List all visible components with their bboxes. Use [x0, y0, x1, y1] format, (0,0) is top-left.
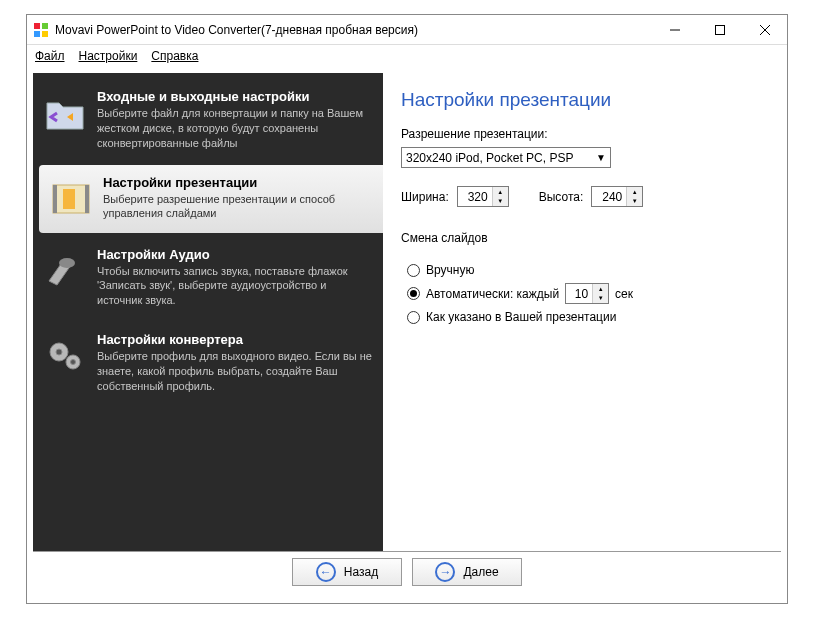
svg-rect-3 — [34, 31, 40, 37]
window-controls — [652, 15, 787, 44]
maximize-button[interactable] — [697, 15, 742, 44]
svg-rect-11 — [53, 185, 57, 213]
app-icon — [33, 22, 49, 38]
radio-auto[interactable]: Автоматически: каждый ▲▼ сек — [407, 283, 765, 304]
spinner-buttons[interactable]: ▲▼ — [492, 187, 508, 206]
radio-icon — [407, 264, 420, 277]
radio-label: Вручную — [426, 263, 474, 277]
sidebar-item-desc: Выберите файл для конвертации и папку на… — [97, 106, 373, 151]
close-button[interactable] — [742, 15, 787, 44]
sidebar-item-audio[interactable]: Настройки Аудио Чтобы включить запись зв… — [33, 237, 383, 319]
folder-icon — [41, 89, 89, 137]
radio-as-presentation[interactable]: Как указано в Вашей презентации — [407, 310, 765, 324]
spinner-buttons[interactable]: ▲▼ — [592, 284, 608, 303]
back-label: Назад — [344, 565, 378, 579]
sidebar-item-io[interactable]: Входные и выходные настройки Выберите фа… — [33, 79, 383, 161]
width-stepper[interactable]: ▲▼ — [457, 186, 509, 207]
wizard-footer: ← Назад → Далее — [33, 551, 781, 591]
svg-rect-12 — [85, 185, 89, 213]
radio-label: Автоматически: каждый — [426, 287, 559, 301]
seconds-suffix: сек — [615, 287, 633, 301]
width-input[interactable] — [458, 187, 492, 206]
arrow-left-icon: ← — [316, 562, 336, 582]
height-stepper[interactable]: ▲▼ — [591, 186, 643, 207]
sidebar-item-title: Настройки конвертера — [97, 332, 373, 347]
app-window: Movavi PowerPoint to Video Converter(7-д… — [26, 14, 788, 604]
width-label: Ширина: — [401, 190, 449, 204]
wizard-body: Входные и выходные настройки Выберите фа… — [33, 73, 783, 551]
seconds-input[interactable] — [566, 284, 592, 303]
panel-heading: Настройки презентации — [401, 89, 765, 111]
menu-help[interactable]: Справка — [151, 49, 198, 63]
arrow-right-icon: → — [435, 562, 455, 582]
sidebar: Входные и выходные настройки Выберите фа… — [33, 73, 383, 551]
resolution-dropdown[interactable]: 320x240 iPod, Pocket PC, PSP ▼ — [401, 147, 611, 168]
sidebar-item-presentation[interactable]: Настройки презентации Выберите разрешени… — [39, 165, 383, 233]
spinner-buttons[interactable]: ▲▼ — [626, 187, 642, 206]
sidebar-item-desc: Чтобы включить запись звука, поставьте ф… — [97, 264, 373, 309]
svg-rect-13 — [63, 189, 75, 209]
filmstrip-icon — [47, 175, 95, 223]
svg-point-15 — [59, 258, 75, 268]
height-label: Высота: — [539, 190, 584, 204]
radio-icon — [407, 287, 420, 300]
svg-rect-4 — [42, 31, 48, 37]
next-button[interactable]: → Далее — [412, 558, 522, 586]
height-input[interactable] — [592, 187, 626, 206]
gears-icon — [41, 332, 89, 380]
sidebar-item-desc: Выберите профиль для выходного видео. Ес… — [97, 349, 373, 394]
svg-rect-2 — [42, 23, 48, 29]
window-title: Movavi PowerPoint to Video Converter(7-д… — [55, 23, 652, 37]
dropdown-value: 320x240 iPod, Pocket PC, PSP — [406, 151, 573, 165]
svg-point-17 — [56, 349, 62, 355]
svg-rect-6 — [715, 25, 724, 34]
seconds-stepper[interactable]: ▲▼ — [565, 283, 609, 304]
sidebar-item-title: Настройки Аудио — [97, 247, 373, 262]
next-label: Далее — [463, 565, 498, 579]
sidebar-item-desc: Выберите разрешение презентации и способ… — [103, 192, 373, 222]
svg-rect-1 — [34, 23, 40, 29]
settings-panel: Настройки презентации Разрешение презент… — [383, 73, 783, 551]
radio-label: Как указано в Вашей презентации — [426, 310, 616, 324]
sidebar-item-converter[interactable]: Настройки конвертера Выберите профиль дл… — [33, 322, 383, 404]
radio-manual[interactable]: Вручную — [407, 263, 765, 277]
menu-file[interactable]: Файл — [35, 49, 65, 63]
slides-label: Смена слайдов — [401, 231, 765, 245]
slide-change-group: Вручную Автоматически: каждый ▲▼ сек Ка — [407, 263, 765, 324]
resolution-label: Разрешение презентации: — [401, 127, 765, 141]
minimize-button[interactable] — [652, 15, 697, 44]
menubar: Файл Настройки Справка — [27, 45, 787, 67]
back-button[interactable]: ← Назад — [292, 558, 402, 586]
client-area: Входные и выходные настройки Выберите фа… — [27, 67, 787, 597]
radio-icon — [407, 311, 420, 324]
titlebar: Movavi PowerPoint to Video Converter(7-д… — [27, 15, 787, 45]
sidebar-item-title: Входные и выходные настройки — [97, 89, 373, 104]
megaphone-icon — [41, 247, 89, 295]
sidebar-item-title: Настройки презентации — [103, 175, 373, 190]
chevron-down-icon: ▼ — [596, 152, 606, 163]
menu-settings[interactable]: Настройки — [79, 49, 138, 63]
svg-point-19 — [71, 360, 76, 365]
